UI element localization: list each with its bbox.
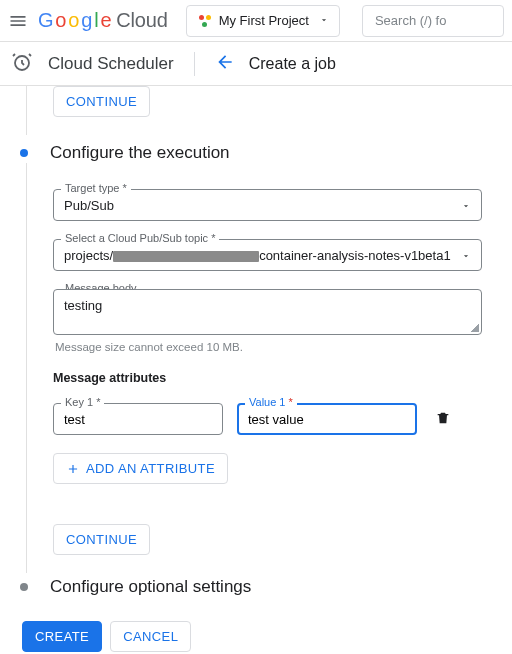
search-input[interactable]: Search (/) fo <box>362 5 504 37</box>
sub-header: Cloud Scheduler Create a job <box>0 42 512 86</box>
back-arrow-icon[interactable] <box>215 52 235 75</box>
topic-label: Select a Cloud Pub/Sub topic <box>61 232 219 244</box>
attr-key-label: Key 1 <box>61 396 104 408</box>
message-body-value: testing <box>64 298 102 313</box>
footer-actions: CREATE CANCEL <box>22 621 512 652</box>
page-title: Create a job <box>249 55 336 73</box>
continue-button-prev[interactable]: CONTINUE <box>53 86 150 117</box>
project-picker[interactable]: My First Project <box>186 5 340 37</box>
continue-button-exec[interactable]: CONTINUE <box>53 524 150 555</box>
section-title-optional: Configure optional settings <box>50 577 251 597</box>
step-execution-header: Configure the execution <box>20 143 512 163</box>
target-type-field[interactable]: Target type Pub/Sub <box>53 189 482 221</box>
pubsub-topic-field[interactable]: Select a Cloud Pub/Sub topic projects/co… <box>53 239 482 271</box>
message-body-field[interactable]: Message body testing <box>53 289 482 335</box>
step-dot-active <box>20 149 28 157</box>
project-icon <box>197 13 213 29</box>
plus-icon <box>66 462 80 476</box>
attr-value-field[interactable] <box>248 412 406 427</box>
message-body-helper: Message size cannot exceed 10 MB. <box>55 341 480 353</box>
divider <box>194 52 195 76</box>
attr-value-label: Value 1 <box>245 396 297 408</box>
step-dot-inactive <box>20 583 28 591</box>
chevron-down-icon <box>461 251 471 261</box>
cancel-button[interactable]: CANCEL <box>110 621 191 652</box>
attr-key-field[interactable] <box>64 412 212 427</box>
add-attribute-button[interactable]: ADD AN ATTRIBUTE <box>53 453 228 484</box>
section-title-execution: Configure the execution <box>50 143 230 163</box>
product-name: Cloud Scheduler <box>48 54 174 74</box>
step-optional-header[interactable]: Configure optional settings <box>20 577 512 597</box>
project-name: My First Project <box>219 13 309 28</box>
topic-value: projects/container-analysis-notes-v1beta… <box>64 248 451 263</box>
google-cloud-logo[interactable]: Google Cloud <box>38 9 168 32</box>
create-button[interactable]: CREATE <box>22 621 102 652</box>
target-type-value: Pub/Sub <box>64 198 114 213</box>
delete-attribute-icon[interactable] <box>431 406 455 433</box>
top-header: Google Cloud My First Project Search (/)… <box>0 0 512 42</box>
scheduler-icon <box>10 50 34 77</box>
target-type-label: Target type <box>61 182 131 194</box>
attribute-row: Key 1 Value 1 <box>53 403 482 435</box>
chevron-down-icon <box>461 201 471 211</box>
redacted-project-id <box>113 251 259 262</box>
message-attributes-heading: Message attributes <box>53 371 482 385</box>
chevron-down-icon <box>319 13 329 28</box>
menu-icon[interactable] <box>8 11 28 31</box>
main-content: CONTINUE Configure the execution Target … <box>0 86 512 654</box>
